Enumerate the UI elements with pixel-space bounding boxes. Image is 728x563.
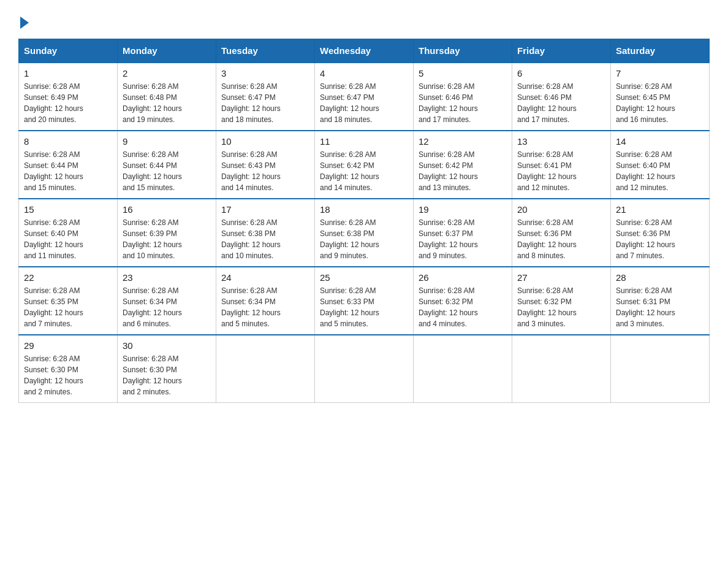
day-number: 14 [616, 136, 704, 147]
day-number: 20 [517, 204, 605, 215]
day-number: 18 [320, 204, 408, 215]
day-info: Sunrise: 6:28 AM Sunset: 6:36 PM Dayligh… [517, 217, 605, 261]
day-info: Sunrise: 6:28 AM Sunset: 6:30 PM Dayligh… [123, 353, 211, 397]
page-header [18, 12, 710, 26]
calendar-day-cell: 23 Sunrise: 6:28 AM Sunset: 6:34 PM Dayl… [118, 267, 216, 335]
calendar-week-row: 8 Sunrise: 6:28 AM Sunset: 6:44 PM Dayli… [19, 131, 710, 199]
calendar-day-cell: 19 Sunrise: 6:28 AM Sunset: 6:37 PM Dayl… [414, 199, 512, 267]
day-number: 30 [123, 340, 211, 351]
day-number: 27 [517, 272, 605, 283]
day-of-week-header: Saturday [611, 39, 710, 63]
day-of-week-header: Friday [512, 39, 611, 63]
day-of-week-header: Thursday [414, 39, 512, 63]
day-number: 2 [123, 68, 211, 79]
day-info: Sunrise: 6:28 AM Sunset: 6:38 PM Dayligh… [221, 217, 309, 261]
day-number: 29 [24, 340, 112, 351]
day-number: 23 [123, 272, 211, 283]
calendar-day-cell [512, 335, 611, 403]
calendar-day-cell: 27 Sunrise: 6:28 AM Sunset: 6:32 PM Dayl… [512, 267, 611, 335]
day-number: 24 [221, 272, 309, 283]
calendar-day-cell: 5 Sunrise: 6:28 AM Sunset: 6:46 PM Dayli… [414, 63, 512, 131]
day-info: Sunrise: 6:28 AM Sunset: 6:47 PM Dayligh… [320, 81, 408, 125]
calendar-day-cell: 7 Sunrise: 6:28 AM Sunset: 6:45 PM Dayli… [611, 63, 710, 131]
calendar-week-row: 1 Sunrise: 6:28 AM Sunset: 6:49 PM Dayli… [19, 63, 710, 131]
calendar-day-cell: 24 Sunrise: 6:28 AM Sunset: 6:34 PM Dayl… [216, 267, 315, 335]
day-number: 5 [419, 68, 507, 79]
calendar-day-cell [611, 335, 710, 403]
day-number: 7 [616, 68, 704, 79]
calendar-day-cell: 17 Sunrise: 6:28 AM Sunset: 6:38 PM Dayl… [216, 199, 315, 267]
logo [18, 12, 29, 26]
day-info: Sunrise: 6:28 AM Sunset: 6:38 PM Dayligh… [320, 217, 408, 261]
calendar-day-cell: 25 Sunrise: 6:28 AM Sunset: 6:33 PM Dayl… [315, 267, 414, 335]
calendar-day-cell: 1 Sunrise: 6:28 AM Sunset: 6:49 PM Dayli… [19, 63, 118, 131]
day-info: Sunrise: 6:28 AM Sunset: 6:39 PM Dayligh… [123, 217, 211, 261]
day-info: Sunrise: 6:28 AM Sunset: 6:47 PM Dayligh… [221, 81, 309, 125]
day-number: 16 [123, 204, 211, 215]
calendar-day-cell [315, 335, 414, 403]
calendar-day-cell: 14 Sunrise: 6:28 AM Sunset: 6:40 PM Dayl… [611, 131, 710, 199]
day-info: Sunrise: 6:28 AM Sunset: 6:46 PM Dayligh… [419, 81, 507, 125]
day-of-week-header: Wednesday [315, 39, 414, 63]
calendar-day-cell: 18 Sunrise: 6:28 AM Sunset: 6:38 PM Dayl… [315, 199, 414, 267]
calendar-day-cell: 29 Sunrise: 6:28 AM Sunset: 6:30 PM Dayl… [19, 335, 118, 403]
calendar-day-cell: 28 Sunrise: 6:28 AM Sunset: 6:31 PM Dayl… [611, 267, 710, 335]
day-info: Sunrise: 6:28 AM Sunset: 6:30 PM Dayligh… [24, 353, 112, 397]
day-info: Sunrise: 6:28 AM Sunset: 6:32 PM Dayligh… [419, 285, 507, 329]
calendar-week-row: 15 Sunrise: 6:28 AM Sunset: 6:40 PM Dayl… [19, 199, 710, 267]
day-of-week-header: Monday [118, 39, 216, 63]
day-info: Sunrise: 6:28 AM Sunset: 6:33 PM Dayligh… [320, 285, 408, 329]
calendar-week-row: 22 Sunrise: 6:28 AM Sunset: 6:35 PM Dayl… [19, 267, 710, 335]
calendar-day-cell: 26 Sunrise: 6:28 AM Sunset: 6:32 PM Dayl… [414, 267, 512, 335]
day-info: Sunrise: 6:28 AM Sunset: 6:31 PM Dayligh… [616, 285, 704, 329]
calendar-day-cell: 2 Sunrise: 6:28 AM Sunset: 6:48 PM Dayli… [118, 63, 216, 131]
day-number: 4 [320, 68, 408, 79]
day-number: 21 [616, 204, 704, 215]
calendar-day-cell: 11 Sunrise: 6:28 AM Sunset: 6:42 PM Dayl… [315, 131, 414, 199]
calendar-day-cell: 3 Sunrise: 6:28 AM Sunset: 6:47 PM Dayli… [216, 63, 315, 131]
calendar-day-cell: 9 Sunrise: 6:28 AM Sunset: 6:44 PM Dayli… [118, 131, 216, 199]
calendar-day-cell: 22 Sunrise: 6:28 AM Sunset: 6:35 PM Dayl… [19, 267, 118, 335]
day-info: Sunrise: 6:28 AM Sunset: 6:32 PM Dayligh… [517, 285, 605, 329]
day-number: 10 [221, 136, 309, 147]
calendar-day-cell: 4 Sunrise: 6:28 AM Sunset: 6:47 PM Dayli… [315, 63, 414, 131]
day-number: 12 [419, 136, 507, 147]
calendar-day-cell: 20 Sunrise: 6:28 AM Sunset: 6:36 PM Dayl… [512, 199, 611, 267]
calendar-day-cell: 10 Sunrise: 6:28 AM Sunset: 6:43 PM Dayl… [216, 131, 315, 199]
calendar-header-row: SundayMondayTuesdayWednesdayThursdayFrid… [19, 39, 710, 63]
day-info: Sunrise: 6:28 AM Sunset: 6:40 PM Dayligh… [24, 217, 112, 261]
day-info: Sunrise: 6:28 AM Sunset: 6:42 PM Dayligh… [419, 149, 507, 193]
day-number: 22 [24, 272, 112, 283]
day-info: Sunrise: 6:28 AM Sunset: 6:40 PM Dayligh… [616, 149, 704, 193]
day-number: 3 [221, 68, 309, 79]
calendar-day-cell: 16 Sunrise: 6:28 AM Sunset: 6:39 PM Dayl… [118, 199, 216, 267]
day-of-week-header: Tuesday [216, 39, 315, 63]
day-info: Sunrise: 6:28 AM Sunset: 6:43 PM Dayligh… [221, 149, 309, 193]
logo-arrow-icon [20, 17, 29, 29]
calendar-table: SundayMondayTuesdayWednesdayThursdayFrid… [18, 39, 710, 403]
calendar-day-cell: 6 Sunrise: 6:28 AM Sunset: 6:46 PM Dayli… [512, 63, 611, 131]
day-number: 13 [517, 136, 605, 147]
day-number: 9 [123, 136, 211, 147]
day-info: Sunrise: 6:28 AM Sunset: 6:34 PM Dayligh… [221, 285, 309, 329]
day-info: Sunrise: 6:28 AM Sunset: 6:37 PM Dayligh… [419, 217, 507, 261]
day-number: 15 [24, 204, 112, 215]
day-info: Sunrise: 6:28 AM Sunset: 6:41 PM Dayligh… [517, 149, 605, 193]
day-info: Sunrise: 6:28 AM Sunset: 6:35 PM Dayligh… [24, 285, 112, 329]
calendar-day-cell [414, 335, 512, 403]
day-info: Sunrise: 6:28 AM Sunset: 6:49 PM Dayligh… [24, 81, 112, 125]
day-info: Sunrise: 6:28 AM Sunset: 6:36 PM Dayligh… [616, 217, 704, 261]
calendar-day-cell: 30 Sunrise: 6:28 AM Sunset: 6:30 PM Dayl… [118, 335, 216, 403]
day-number: 8 [24, 136, 112, 147]
day-number: 17 [221, 204, 309, 215]
day-info: Sunrise: 6:28 AM Sunset: 6:42 PM Dayligh… [320, 149, 408, 193]
day-number: 25 [320, 272, 408, 283]
day-info: Sunrise: 6:28 AM Sunset: 6:48 PM Dayligh… [123, 81, 211, 125]
calendar-week-row: 29 Sunrise: 6:28 AM Sunset: 6:30 PM Dayl… [19, 335, 710, 403]
calendar-day-cell [216, 335, 315, 403]
calendar-day-cell: 12 Sunrise: 6:28 AM Sunset: 6:42 PM Dayl… [414, 131, 512, 199]
day-info: Sunrise: 6:28 AM Sunset: 6:46 PM Dayligh… [517, 81, 605, 125]
calendar-day-cell: 21 Sunrise: 6:28 AM Sunset: 6:36 PM Dayl… [611, 199, 710, 267]
day-number: 19 [419, 204, 507, 215]
calendar-day-cell: 13 Sunrise: 6:28 AM Sunset: 6:41 PM Dayl… [512, 131, 611, 199]
